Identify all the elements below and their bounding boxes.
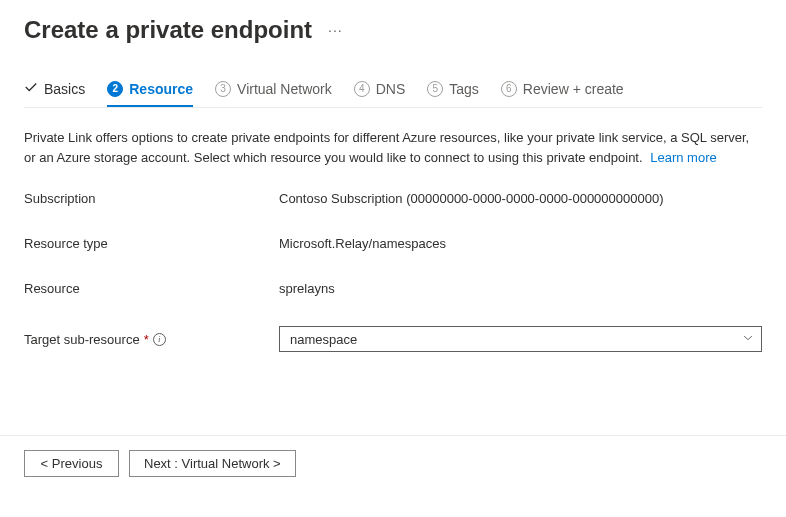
resource-type-value: Microsoft.Relay/namespaces (279, 236, 762, 251)
tab-label: DNS (376, 81, 406, 97)
required-asterisk: * (144, 332, 149, 347)
subscription-value: Contoso Subscription (00000000-0000-0000… (279, 191, 762, 206)
description-text: Private Link offers options to create pr… (24, 128, 762, 167)
next-button[interactable]: Next : Virtual Network > (129, 450, 296, 477)
step-number: 6 (501, 81, 517, 97)
tab-strip: Basics 2 Resource 3 Virtual Network 4 DN… (24, 80, 762, 108)
resource-type-label: Resource type (24, 236, 279, 251)
tab-label: Tags (449, 81, 479, 97)
resource-label: Resource (24, 281, 279, 296)
previous-button[interactable]: < Previous (24, 450, 119, 477)
tab-label: Resource (129, 81, 193, 97)
info-icon[interactable]: i (153, 333, 166, 346)
tab-basics[interactable]: Basics (24, 80, 85, 107)
tab-label: Review + create (523, 81, 624, 97)
tab-label: Basics (44, 81, 85, 97)
target-sub-resource-label: Target sub-resource * i (24, 332, 279, 347)
page-title: Create a private endpoint (24, 16, 312, 44)
tab-virtual-network[interactable]: 3 Virtual Network (215, 80, 332, 107)
step-number: 2 (107, 81, 123, 97)
tab-review-create[interactable]: 6 Review + create (501, 80, 624, 107)
step-number: 3 (215, 81, 231, 97)
footer-bar: < Previous Next : Virtual Network > (0, 435, 786, 477)
step-number: 5 (427, 81, 443, 97)
tab-dns[interactable]: 4 DNS (354, 80, 406, 107)
target-sub-resource-select[interactable]: namespace (279, 326, 762, 352)
learn-more-link[interactable]: Learn more (650, 150, 716, 165)
tab-resource[interactable]: 2 Resource (107, 80, 193, 107)
check-icon (24, 80, 38, 97)
subscription-label: Subscription (24, 191, 279, 206)
tab-tags[interactable]: 5 Tags (427, 80, 479, 107)
more-icon[interactable]: ··· (328, 22, 343, 38)
tab-label: Virtual Network (237, 81, 332, 97)
resource-value: sprelayns (279, 281, 762, 296)
step-number: 4 (354, 81, 370, 97)
